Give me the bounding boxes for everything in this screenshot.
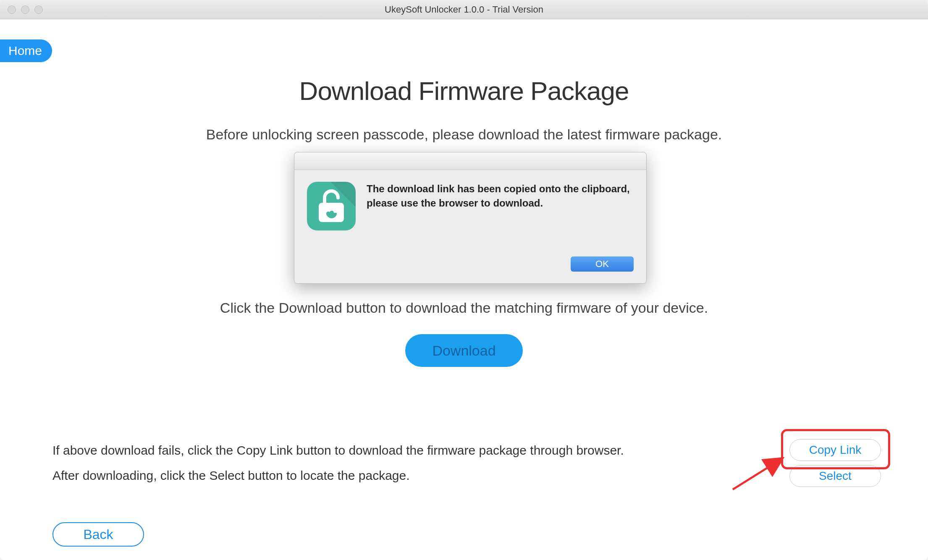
dialog-titlebar xyxy=(294,152,646,170)
page-subtitle: Before unlocking screen passcode, please… xyxy=(206,126,722,143)
window-title: UkeySoft Unlocker 1.0.0 - Trial Version xyxy=(385,4,543,15)
annotation-arrow-icon xyxy=(731,456,789,494)
fallback-text-copylink: If above download fails, click the Copy … xyxy=(52,443,624,458)
fallback-text-select: After downloading, click the Select butt… xyxy=(52,468,410,483)
app-window: UkeySoft Unlocker 1.0.0 - Trial Version … xyxy=(0,0,928,560)
copy-link-button[interactable]: Copy Link xyxy=(789,439,881,461)
window-controls xyxy=(8,5,43,14)
dialog-body: The download link has been copied onto t… xyxy=(294,170,646,235)
content-area: Home Download Firmware Package Before un… xyxy=(0,19,928,560)
maximize-window-icon[interactable] xyxy=(34,5,43,14)
download-button[interactable]: Download xyxy=(405,334,523,367)
minimize-window-icon[interactable] xyxy=(21,5,29,14)
clipboard-dialog: The download link has been copied onto t… xyxy=(294,152,647,284)
home-tab[interactable]: Home xyxy=(0,39,52,62)
app-lock-icon xyxy=(307,182,356,230)
back-button[interactable]: Back xyxy=(52,522,144,547)
svg-line-0 xyxy=(733,459,781,489)
dialog-message: The download link has been copied onto t… xyxy=(367,182,634,230)
select-button[interactable]: Select xyxy=(789,465,881,487)
titlebar: UkeySoft Unlocker 1.0.0 - Trial Version xyxy=(0,0,928,19)
page-title: Download Firmware Package xyxy=(299,76,629,106)
close-window-icon[interactable] xyxy=(8,5,16,14)
dialog-ok-button[interactable]: OK xyxy=(571,256,634,272)
download-instruction: Click the Download button to download th… xyxy=(220,300,708,316)
